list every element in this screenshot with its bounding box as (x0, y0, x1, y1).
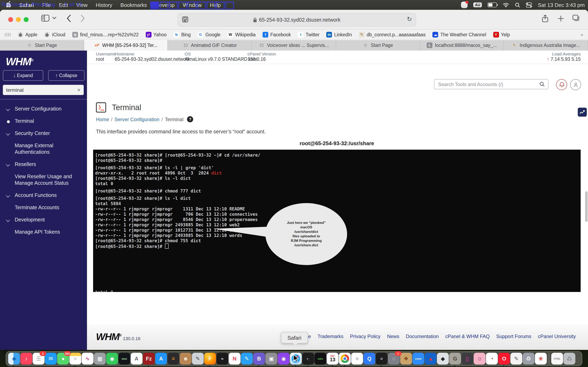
tab-overview-icon[interactable] (572, 15, 579, 21)
dock-trash-icon[interactable]: ♺ (563, 353, 575, 365)
clear-filter-icon[interactable]: × (77, 87, 80, 93)
menubar-app-icon[interactable] (461, 2, 467, 8)
dock-text-doc-icon[interactable]: ≡ (351, 353, 363, 365)
zoom-window-button[interactable] (24, 17, 29, 22)
dock-inkscape-icon[interactable]: ◆ (437, 353, 449, 365)
footer-link-support-forums[interactable]: Support Forums (496, 334, 531, 339)
dock-news-icon[interactable]: N (229, 353, 241, 365)
tab-animated-gif-creator[interactable]: Animated GIF Creator (168, 40, 252, 50)
notifications-bell-icon[interactable] (556, 79, 567, 90)
footer-link-cpanel-university[interactable]: cPanel University (538, 334, 576, 339)
favorite-db-connect-p-aaasaaafaas[interactable]: ✎db_connect.p...aaasaaafaas (359, 32, 426, 37)
dock-terminal-curs-icon[interactable]: curs (314, 353, 326, 365)
footer-link-privacy-policy[interactable]: Privacy Policy (350, 334, 380, 339)
dock-filezilla-icon[interactable]: Fz (143, 353, 155, 365)
address-bar[interactable]: 65-254-93-32.syd02.dsuser.network ↻ (178, 13, 416, 26)
dock-kite-icon[interactable]: ▲ (425, 353, 437, 365)
dock-music-icon[interactable]: ♪ (20, 353, 32, 365)
dock-draw-pad-icon[interactable]: ✎ (510, 353, 522, 365)
sidebar-toggle-icon[interactable] (41, 15, 49, 22)
sidebar-item-resellers[interactable]: Resellers (0, 158, 87, 170)
dock-firefox-icon[interactable]: F (204, 353, 216, 365)
tab-start-page[interactable]: ☆Start Page (336, 40, 420, 50)
sidebar-item-view-reseller-usage-and-manage-account-status[interactable]: View Reseller Usage and Manage Account S… (0, 170, 87, 189)
sidebar-chevron-icon[interactable] (52, 17, 56, 20)
sidebar-filter-input[interactable]: terminal × (3, 85, 84, 95)
dock-pink-app-icon[interactable]: ☺ (474, 353, 485, 365)
sidebar-item-terminate-accounts[interactable]: Terminate Accounts (0, 201, 87, 214)
dock-photos-icon[interactable]: ❀ (535, 353, 547, 365)
back-button[interactable] (67, 15, 71, 22)
favorite-facebook[interactable]: fFacebook (263, 32, 291, 37)
footer-link-news[interactable]: News (387, 334, 399, 339)
dock-intellij-icon[interactable]: IJ (376, 353, 388, 365)
tab-start-page[interactable]: ☆Start Page (0, 40, 84, 50)
dock-zoom-icon[interactable]: zoom (412, 353, 424, 365)
dock-freeform-icon[interactable]: ∿ (82, 353, 94, 365)
help-icon[interactable]: ? (187, 116, 193, 122)
favorite-wikipedia[interactable]: WWikipedia (227, 32, 256, 37)
menu-item-bookmarks[interactable]: Bookmarks (121, 2, 147, 8)
favorite-google[interactable]: GGoogle (198, 32, 221, 37)
dock-html-file-icon[interactable]: HTML (551, 353, 563, 365)
dock-pen-tool-icon[interactable]: ✎ (192, 353, 204, 365)
analytics-chart-icon[interactable] (578, 108, 587, 117)
dock-chrome-icon[interactable] (339, 353, 351, 365)
favorite-icloud[interactable]: iCloud (44, 32, 65, 37)
tools-search-input[interactable]: Search Tools and Accounts (/) (434, 79, 548, 89)
sidebar-item-manage-external-authentications[interactable]: Manage External Authentications (0, 140, 87, 158)
forward-button[interactable] (80, 15, 85, 22)
menu-item-history[interactable]: History (96, 2, 112, 8)
reader-icon[interactable] (182, 16, 188, 22)
dock-iphone-mirroring-icon[interactable]: ▯ (461, 353, 473, 365)
close-window-button[interactable] (8, 17, 13, 22)
reload-icon[interactable]: ↻ (407, 16, 412, 23)
dock-screenshot-icon[interactable]: ▣ (265, 353, 277, 365)
tab-whm-65-254-93-32-ter[interactable]: cPWHM [65-254-93-32] Ter... (84, 40, 168, 50)
dock-speedtest-icon[interactable]: ◔ (486, 353, 498, 365)
favorite-bing[interactable]: bBing (173, 32, 191, 37)
breadcrumb-home[interactable]: Home (96, 117, 109, 122)
dock-terminal-exec-icon[interactable]: exec (118, 353, 130, 365)
sidebar-item-server-configuration[interactable]: Server Configuration (0, 103, 87, 115)
new-tab-icon[interactable] (558, 16, 564, 22)
dock-art-studio-icon[interactable]: ❖ (400, 353, 412, 365)
dock-gimp-icon[interactable]: G (449, 353, 461, 365)
dock-notes-icon[interactable]: ≡ (69, 353, 81, 365)
control-center-icon[interactable] (526, 2, 532, 8)
search-icon[interactable] (539, 82, 545, 87)
dock-mail-icon[interactable]: ✉ (45, 353, 57, 365)
favorite-the-weather-channel[interactable]: ☁The Weather Channel (433, 32, 486, 37)
dock-calculator-icon[interactable]: = (167, 353, 179, 365)
menu-clock[interactable]: Sat 13 Dec 3:43 pm (538, 2, 585, 8)
dock-sketch-icon[interactable]: ✎ (241, 353, 253, 365)
breadcrumb-server-configuration[interactable]: Server Configuration (114, 117, 159, 122)
minimize-window-button[interactable] (16, 17, 21, 22)
share-icon[interactable] (542, 15, 548, 22)
dock-app-store-icon[interactable]: A (155, 353, 167, 365)
dock-textedit-icon[interactable]: A (131, 353, 143, 365)
tab-localhost-8888-macos-say[interactable]: Llocalhost:8888/macos_say_... (420, 40, 504, 50)
dock-apple-tv-icon[interactable]: tv (216, 353, 228, 365)
dock-assistive-icon[interactable]: ❂ (523, 353, 535, 365)
sidebar-item-account-functions[interactable]: Account Functions (0, 189, 87, 201)
dock-opera-icon[interactable]: O (498, 353, 510, 365)
dock-messages-icon[interactable]: ●204 (57, 353, 69, 365)
dock-calendar-icon[interactable]: DEC13 (327, 353, 338, 365)
sidebar-item-terminal[interactable]: Terminal (0, 115, 87, 127)
sidebar-item-security-center[interactable]: Security Center (0, 127, 87, 140)
page-scrollbar-thumb[interactable] (585, 191, 588, 222)
favorite-twitter[interactable]: tTwitter (298, 32, 320, 37)
dock-contacts-icon[interactable]: ☻ (180, 353, 191, 365)
tab-voiceover-ideas-supervis[interactable]: Voiceover ideas ... Supervis... (252, 40, 336, 50)
collapse-button[interactable]: ↑ Collapse (48, 70, 85, 81)
favorite-yelp[interactable]: YYelp (493, 32, 510, 37)
dock-utility-icon[interactable]: ◌1 (388, 353, 400, 365)
dock-terminal-icon[interactable]: >_ (302, 353, 314, 365)
input-source-indicator[interactable]: AU (473, 2, 482, 7)
tab-indigenous-australia-image[interactable]: ✎Indigenous Australia Image... (504, 40, 588, 50)
whm-logo[interactable]: WHM® (6, 55, 87, 68)
dock-quicktime-icon[interactable]: Q (363, 353, 375, 365)
footer-link-documentation[interactable]: Documentation (406, 334, 439, 339)
sidebar-item-development[interactable]: Development (0, 214, 87, 226)
